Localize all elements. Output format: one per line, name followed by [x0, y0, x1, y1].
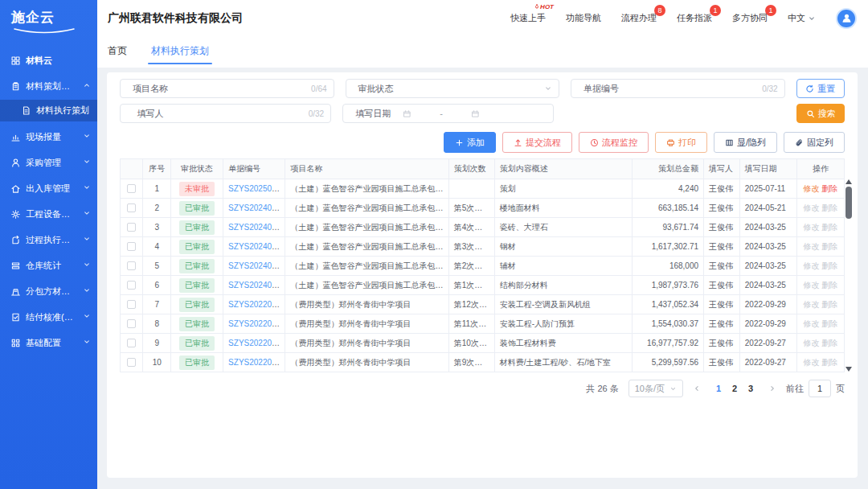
round-cell: 第1次策划	[448, 276, 494, 295]
header-nav-item-1[interactable]: 功能导航	[566, 12, 601, 24]
edit-action[interactable]: 修改	[804, 203, 820, 212]
toolbar-button-2[interactable]: 流程监控	[579, 132, 649, 153]
toolbar-button-5[interactable]: 固定列	[784, 132, 845, 153]
status-badge: 已审批	[179, 220, 215, 235]
delete-action[interactable]: 删除	[821, 319, 837, 328]
sidebar-item-10[interactable]: 结付核准(供方报)	[0, 304, 97, 330]
brand-logo-text: 施企云	[11, 8, 97, 27]
edit-action[interactable]: 修改	[804, 358, 820, 367]
sidebar-item-3[interactable]: 现场报量	[0, 124, 97, 150]
amount-cell: 168,000	[632, 257, 703, 276]
edit-action[interactable]: 修改	[804, 242, 820, 251]
header-nav-item-4[interactable]: 多方协同1	[732, 12, 768, 24]
next-page-icon[interactable]	[768, 384, 776, 392]
delete-action[interactable]: 删除	[821, 203, 837, 212]
page-number-1[interactable]: 1	[710, 384, 727, 393]
row-checkbox[interactable]	[127, 358, 136, 367]
header-nav-item-2[interactable]: 流程办理8	[621, 12, 657, 24]
sidebar-item-0[interactable]: 材料云	[0, 47, 97, 73]
toolbar-button-1[interactable]: 提交流程	[502, 132, 572, 153]
sidebar-item-2[interactable]: 材料执行策划	[0, 100, 97, 121]
delete-action[interactable]: 删除	[821, 339, 837, 347]
edit-action[interactable]: 修改	[804, 300, 820, 309]
scrollbar-thumb[interactable]	[845, 187, 852, 219]
sidebar-item-1[interactable]: 材料策划管理	[0, 73, 97, 99]
table-wrapper: 序号审批状态单据编号项目名称策划次数策划内容概述策划总金额填写人填写日期操作 1…	[120, 158, 845, 372]
prev-page-icon[interactable]	[693, 384, 701, 392]
approval-status-filter[interactable]: 审批状态	[346, 79, 560, 98]
edit-action[interactable]: 修改	[804, 184, 820, 193]
row-checkbox[interactable]	[127, 242, 136, 251]
edit-action[interactable]: 修改	[804, 281, 820, 290]
row-checkbox[interactable]	[127, 261, 136, 270]
row-checkbox[interactable]	[127, 339, 136, 347]
sidebar-item-7[interactable]: 过程执行跟踪	[0, 227, 97, 253]
write-date-filter[interactable]: 填写日期 -	[342, 104, 554, 123]
round-cell: 第4次策划	[448, 218, 494, 237]
doc-no-link[interactable]: SZYS2022091699	[228, 358, 285, 367]
doc-no-link[interactable]: SZYS2025074071	[228, 184, 285, 193]
language-switcher[interactable]: 中文	[788, 12, 816, 24]
status-badge: 已审批	[179, 278, 215, 293]
project-name-input[interactable]	[180, 84, 305, 93]
reset-button[interactable]: 重置	[796, 79, 845, 98]
delete-action[interactable]: 删除	[821, 242, 837, 251]
row-checkbox[interactable]	[127, 281, 136, 290]
sidebar-item-11[interactable]: 基础配置	[0, 330, 97, 355]
toolbar-button-3[interactable]: 打印	[655, 132, 707, 153]
header-nav-item-3[interactable]: 任务指派1	[677, 12, 712, 24]
edit-action[interactable]: 修改	[804, 223, 820, 232]
edit-action[interactable]: 修改	[804, 261, 820, 270]
toolbar-button-4[interactable]: 显/隐列	[714, 132, 777, 153]
upload-icon	[514, 138, 522, 147]
doc-no-link[interactable]: SZYS2024033304	[228, 223, 285, 232]
chevron-down-icon	[83, 235, 91, 243]
writer-input[interactable]	[180, 109, 302, 118]
page-number-3[interactable]: 3	[743, 384, 759, 393]
row-checkbox[interactable]	[127, 223, 136, 232]
doc-no-link[interactable]: SZYS2024033303	[228, 242, 285, 251]
edit-action[interactable]: 修改	[804, 319, 820, 328]
goto-page-input[interactable]	[809, 380, 831, 397]
page-number-2[interactable]: 2	[727, 384, 743, 393]
doc-no-link[interactable]: SZYS2022091709	[228, 300, 285, 309]
doc-no-link[interactable]: SZYS2022091708	[228, 319, 285, 328]
sidebar-item-4[interactable]: 采购管理	[0, 150, 97, 175]
delete-action[interactable]: 删除	[821, 223, 837, 232]
scroll-up-icon[interactable]	[845, 179, 852, 184]
project-cell: （土建）蓝色智谷产业园项目施工总承包工程	[285, 276, 448, 295]
delete-action[interactable]: 删除	[821, 184, 837, 193]
tab-home[interactable]: 首页	[108, 44, 127, 68]
delete-action[interactable]: 删除	[821, 300, 837, 309]
project-cell: （土建）蓝色智谷产业园项目施工总承包工程	[285, 257, 448, 276]
sidebar-item-5[interactable]: 出入库管理	[0, 175, 97, 201]
search-button[interactable]: 搜索	[796, 104, 845, 123]
amount-cell: 1,987,973.76	[632, 276, 703, 295]
project-cell: （费用类型）郑州冬青街中学项目	[285, 314, 448, 334]
delete-action[interactable]: 删除	[821, 281, 837, 290]
doc-no-link[interactable]: SZYS2022091700	[228, 339, 285, 347]
delete-action[interactable]: 删除	[821, 261, 837, 270]
user-avatar[interactable]	[836, 8, 857, 29]
doc-no-link[interactable]: SZYS2024033301	[228, 281, 285, 290]
header-nav-item-0[interactable]: 快速上手HOT	[510, 12, 546, 24]
sidebar-item-8[interactable]: 仓库统计	[0, 253, 97, 278]
toolbar-button-0[interactable]: 添加	[444, 132, 496, 153]
sidebar-item-6[interactable]: 工程设备管理	[0, 201, 97, 227]
scroll-down-icon[interactable]	[845, 367, 852, 372]
table-vertical-scrollbar[interactable]	[845, 179, 853, 372]
doc-no-link[interactable]: SZYS2024053413	[228, 203, 285, 212]
sidebar-item-9[interactable]: 分包方材料管理	[0, 278, 97, 304]
doc-no-link[interactable]: SZYS2024033302	[228, 261, 285, 270]
summary-cell: 辅材	[494, 257, 632, 276]
edit-action[interactable]: 修改	[804, 339, 820, 347]
tab-material-execution-planning[interactable]: 材料执行策划	[151, 44, 209, 68]
page-size-select[interactable]: 10条/页	[628, 380, 683, 397]
row-checkbox[interactable]	[127, 203, 136, 212]
row-checkbox[interactable]	[127, 300, 136, 309]
row-checkbox[interactable]	[127, 319, 136, 328]
delete-action[interactable]: 删除	[821, 358, 837, 367]
doc-no-input[interactable]	[631, 84, 755, 93]
table-row: 7已审批SZYS2022091709（费用类型）郑州冬青街中学项目第12次策划安…	[121, 295, 845, 314]
row-checkbox[interactable]	[127, 184, 136, 193]
